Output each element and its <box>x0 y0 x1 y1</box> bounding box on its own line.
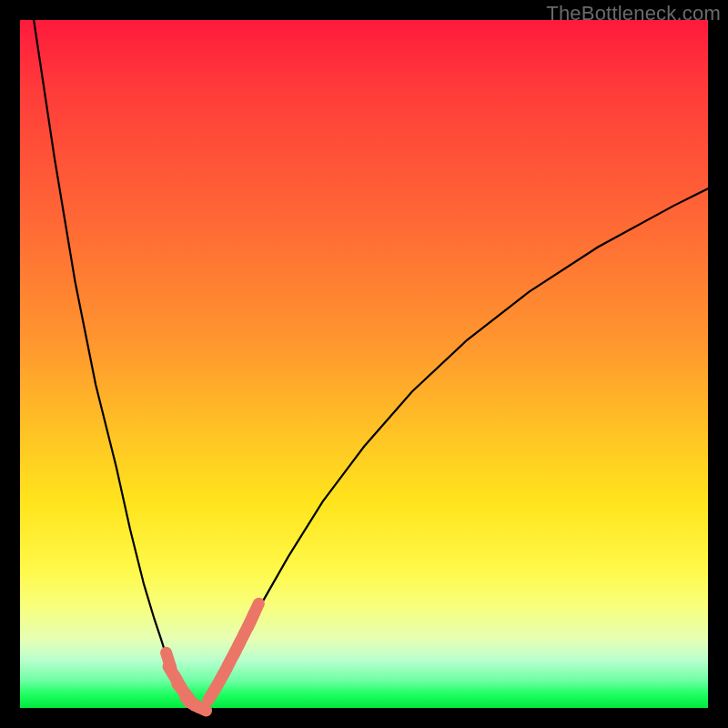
chart-svg <box>20 20 708 708</box>
right-curve <box>200 188 708 707</box>
pink-markers-left-marker <box>192 703 207 711</box>
chart-frame: TheBottleneck.com <box>0 0 728 728</box>
pink-markers-right-marker <box>252 603 259 618</box>
watermark-text: TheBottleneck.com <box>546 2 721 25</box>
left-curve <box>34 20 197 707</box>
